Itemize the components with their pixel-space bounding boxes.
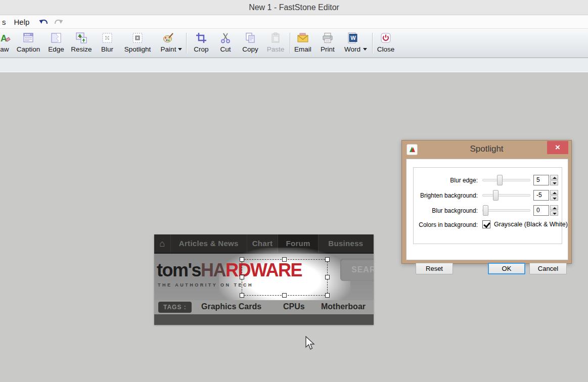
spin-up-button[interactable] <box>550 175 558 180</box>
blur-edge-slider[interactable] <box>482 179 530 181</box>
toolbar-label-caption: Caption <box>15 45 41 54</box>
word-icon: W <box>341 31 364 45</box>
spin-up-button[interactable] <box>550 190 558 195</box>
toolbar-button-copy[interactable]: Copy <box>239 31 261 56</box>
menu-item-truncated[interactable]: s <box>0 15 10 29</box>
svg-text:W: W <box>350 35 356 41</box>
dialog-title-bar[interactable]: Spotlight × <box>402 140 571 159</box>
spotlight-icon <box>121 31 154 45</box>
tags-badge: TAGS : <box>158 302 192 313</box>
tag-item: CPUs <box>283 302 305 311</box>
blur-background-slider-thumb[interactable] <box>483 205 488 216</box>
brighten-background-slider[interactable] <box>482 194 530 197</box>
undo-icon[interactable] <box>37 16 51 27</box>
paint-icon <box>157 31 179 45</box>
toolbar-button-draw[interactable]: A aw <box>0 31 17 56</box>
toolbar-label-draw: aw <box>0 45 17 54</box>
dialog-body: Blur edge: 5 Brighten background: -5 <box>406 159 568 260</box>
edge-icon <box>45 31 67 45</box>
toolbar-button-resize[interactable]: Resize <box>69 31 94 56</box>
blur-edge-value[interactable]: 5 <box>533 175 549 185</box>
word-dropdown-arrow[interactable] <box>363 48 367 51</box>
blur-edge-slider-thumb[interactable] <box>497 175 503 185</box>
toolbar-label-edge: Edge <box>45 45 67 54</box>
selection-handle-mid-right[interactable] <box>325 275 330 279</box>
image-bottom-strip <box>154 314 374 325</box>
selection-handle-top-left[interactable] <box>240 257 244 262</box>
selection-handle-bottom-left[interactable] <box>240 293 244 298</box>
blur-background-value[interactable]: 0 <box>533 205 549 216</box>
toolbar-button-email[interactable]: Email <box>292 31 314 56</box>
toolbar-button-edge[interactable]: Edge <box>45 31 67 56</box>
colors-in-background-label: Colors in background: <box>406 219 478 230</box>
toolbar-label-resize: Resize <box>69 45 94 54</box>
grayscale-checkbox[interactable] <box>482 220 490 228</box>
toolbar-button-paint[interactable]: Paint <box>157 31 179 56</box>
menu-item-help[interactable]: Help <box>10 15 34 29</box>
toolbar-button-paste: Paste <box>264 31 287 56</box>
home-icon: ⌂ <box>154 234 171 253</box>
toolbar-button-word[interactable]: W Word <box>341 31 364 56</box>
toolbar-label-spotlight: Spotlight <box>121 45 154 54</box>
toolbar-label-word: Word <box>341 45 364 54</box>
toolbar-label-copy: Copy <box>239 45 261 54</box>
selection-handle-mid-left[interactable] <box>240 275 244 279</box>
toolbar-label-crop: Crop <box>190 45 212 54</box>
ok-button[interactable]: OK <box>488 263 525 274</box>
spotlight-dialog: Spotlight × Blur edge: 5 Brighten backgr… <box>401 140 572 264</box>
toolbar-label-paint: Paint <box>157 45 179 54</box>
toolbar-button-cut[interactable]: Cut <box>215 31 236 56</box>
spin-down-button[interactable] <box>550 211 558 216</box>
blur-background-label: Blur background: <box>406 205 478 216</box>
brighten-background-value[interactable]: -5 <box>533 190 549 201</box>
cut-icon <box>215 31 236 45</box>
toolbar-button-caption[interactable]: Caption <box>15 31 41 56</box>
spin-down-button[interactable] <box>550 180 558 185</box>
toolbar-button-blur[interactable]: Blur <box>97 31 117 56</box>
selection-handle-top-right[interactable] <box>325 257 330 262</box>
toolbar-label-blur: Blur <box>97 45 117 54</box>
tag-item: Graphics Cards <box>201 302 261 311</box>
dialog-close-button[interactable]: × <box>547 141 568 154</box>
selection-marquee[interactable] <box>242 259 328 296</box>
grayscale-checkbox-label[interactable]: Grayscale (Black & White) <box>494 219 568 229</box>
selection-handle-bottom-center[interactable] <box>282 293 287 298</box>
spin-down-button[interactable] <box>550 196 558 201</box>
toolbar-substrip <box>0 58 588 72</box>
resize-icon <box>69 31 94 45</box>
blur-background-row: Blur background: 0 <box>406 205 569 216</box>
toolbar-separator <box>372 33 373 53</box>
blur-edge-row: Blur edge: 5 <box>406 175 569 186</box>
spin-up-button[interactable] <box>550 205 558 210</box>
mouse-cursor <box>305 336 316 351</box>
crop-icon <box>190 31 212 45</box>
toolbar-label-cut: Cut <box>215 45 236 54</box>
brighten-background-spinner <box>550 190 558 201</box>
toolbar-button-close[interactable]: Close <box>375 31 397 56</box>
print-icon <box>316 31 339 45</box>
editor-canvas[interactable]: ⌂ Articles & News Chart Forum Business t… <box>0 72 588 382</box>
paint-dropdown-arrow[interactable] <box>178 48 182 51</box>
paste-icon <box>264 31 287 45</box>
toolbar-label-print: Print <box>316 45 339 54</box>
toolbar-button-spotlight[interactable]: Spotlight <box>121 31 154 56</box>
draw-icon: A <box>0 31 17 45</box>
brighten-background-row: Brighten background: -5 <box>406 190 569 201</box>
caption-icon <box>15 31 41 45</box>
selection-handle-bottom-right[interactable] <box>325 293 330 298</box>
edited-image[interactable]: ⌂ Articles & News Chart Forum Business t… <box>154 234 374 325</box>
brighten-background-slider-thumb[interactable] <box>493 190 499 201</box>
blur-icon <box>97 31 117 45</box>
image-tagline: THE AUTHORITY ON TECH <box>158 282 253 288</box>
selection-handle-top-center[interactable] <box>282 257 287 262</box>
cancel-button[interactable]: Cancel <box>529 263 567 274</box>
logo-part-black: tom's <box>157 260 201 280</box>
redo-icon <box>52 16 65 27</box>
toolbar-separator <box>290 33 290 53</box>
reset-button[interactable]: Reset <box>416 263 453 274</box>
blur-background-slider[interactable] <box>482 209 530 212</box>
toolbar-button-print[interactable]: Print <box>316 31 339 56</box>
close-power-icon <box>375 31 397 45</box>
svg-text:A: A <box>1 33 7 43</box>
toolbar-button-crop[interactable]: Crop <box>190 31 212 56</box>
